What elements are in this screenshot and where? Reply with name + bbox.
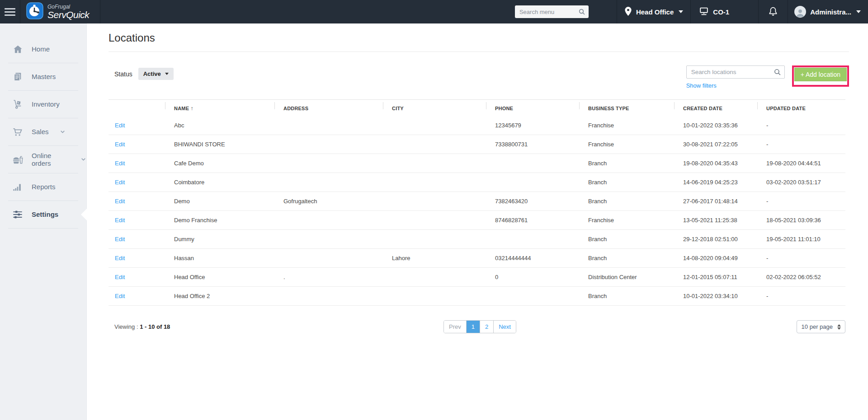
sidebar-item-label: Home [32,45,50,53]
cell-created_date: 14-08-2020 09:04:49 [674,249,757,268]
sidebar-item-label: Inventory [32,100,60,108]
cell-city: Lahore [383,249,486,268]
cell-address: . [274,268,383,287]
status-dropdown[interactable]: Active [138,68,174,80]
cell-updated_date: - [757,249,845,268]
edit-cell: Edit [108,230,165,249]
cell-updated_date: - [757,116,845,135]
add-location-highlight: + Add location [792,65,849,87]
servquick-logo-icon [26,2,43,21]
cell-business_type: Branch [579,192,674,211]
sidebar-item-sales[interactable]: Sales [0,118,86,145]
cell-business_type: Branch [579,249,674,268]
search-icon [774,68,781,78]
column-header-name[interactable]: NAME ↑ [165,100,274,117]
cell-phone: 12345679 [486,116,579,135]
edit-link[interactable]: Edit [115,217,125,224]
column-header-business-type[interactable]: BUSINESS TYPE [579,100,674,117]
menu-search [515,5,589,18]
sidebar: HomeMastersInventorySalesOnline ordersRe… [0,23,87,420]
cell-city [383,116,486,135]
column-header-label: CITY [392,106,404,111]
location-name: Head Office [636,8,674,16]
locations-search-input[interactable] [686,65,785,79]
sidebar-item-masters[interactable]: Masters [0,63,86,90]
sidebar-item-home[interactable]: Home [0,35,86,63]
prev-button[interactable]: Prev [444,321,466,333]
location-pin-icon [624,6,632,18]
add-location-button[interactable]: + Add location [794,68,847,81]
user-menu[interactable]: Administra... [788,0,868,23]
column-header-updated-date[interactable]: UPDATED DATE [757,100,845,117]
edit-link[interactable]: Edit [115,160,125,167]
cell-address [274,211,383,230]
cell-name: Dummy [165,230,274,249]
sidebar-item-settings[interactable]: Settings [0,201,86,228]
settings-sliders-icon [12,210,24,219]
cell-name: Coimbatore [165,173,274,192]
cell-city [383,173,486,192]
user-name: Administra... [810,8,851,16]
column-header-address[interactable]: ADDRESS [274,100,383,117]
hamburger-menu-icon[interactable] [0,0,20,23]
column-header-label: CREATED DATE [683,106,722,111]
sidebar-item-label: Settings [32,210,58,218]
edit-cell: Edit [108,192,165,211]
cell-phone [486,230,579,249]
edit-link[interactable]: Edit [115,293,125,299]
topbar-divider [100,0,100,23]
locations-search [686,65,785,79]
terminal-selector[interactable]: CO-1 [691,0,758,23]
cell-city [383,287,486,306]
column-header-city[interactable]: CITY [383,100,486,117]
cell-address [274,173,383,192]
sidebar-item-reports[interactable]: Reports [0,173,86,201]
viewing-prefix: Viewing : [114,323,140,330]
cell-created_date: 10-01-2022 03:35:36 [674,116,757,135]
menu-search-input[interactable] [515,5,589,18]
cell-updated_date: - [757,287,845,306]
cell-updated_date: 03-02-2020 03:51:17 [757,173,845,192]
edit-link[interactable]: Edit [115,198,125,205]
inventory-icon [12,99,24,109]
column-header-created-date[interactable]: CREATED DATE [674,100,757,117]
sidebar-item-inventory[interactable]: Inventory [0,90,86,118]
cell-name: BHIWANDI STORE [165,135,274,154]
edit-link[interactable]: Edit [115,122,125,129]
cell-business_type: Branch [579,154,674,173]
table-row: EditHead Office.0Distribution Center12-0… [108,268,845,287]
cell-phone [486,173,579,192]
bell-icon [769,6,778,18]
column-header-phone[interactable]: PHONE [486,100,579,117]
page-button-2[interactable]: 2 [480,321,493,333]
table-row: EditCafe DemoBranch19-08-2020 04:35:4319… [108,154,845,173]
page-button-1[interactable]: 1 [466,321,480,333]
cell-updated_date: - [757,135,845,154]
table-row: EditAbc12345679Franchise10-01-2022 03:35… [108,116,845,135]
location-selector[interactable]: Head Office [617,0,690,23]
show-filters-link[interactable]: Show filters [686,82,785,89]
topbar: GoFrugal ServQuick Head Office CO-1 [0,0,868,23]
next-button[interactable]: Next [493,321,516,333]
column-header-label: PHONE [495,106,513,111]
notifications-button[interactable] [759,0,788,23]
cell-updated_date: 19-05-2021 11:01:10 [757,230,845,249]
edit-link[interactable]: Edit [115,179,125,186]
cell-city [383,154,486,173]
cell-updated_date: 18-05-2021 03:09:36 [757,211,845,230]
sidebar-item-label: Online orders [32,152,70,167]
edit-link[interactable]: Edit [115,141,125,148]
per-page-value: 10 per page [802,323,833,330]
home-icon [12,44,24,54]
caret-down-icon [856,10,861,13]
table-row: EditDemoGofrugaltech7382463420Branch27-0… [108,192,845,211]
edit-link[interactable]: Edit [115,255,125,261]
column-header-label: NAME [174,106,189,111]
cell-name: Demo Franchise [165,211,274,230]
cell-address: Gofrugaltech [274,192,383,211]
edit-link[interactable]: Edit [115,274,125,280]
status-label: Status [114,70,132,78]
edit-link[interactable]: Edit [115,236,125,243]
per-page-select[interactable]: 10 per page [797,320,845,333]
sidebar-item-online-orders[interactable]: Online orders [0,145,86,173]
